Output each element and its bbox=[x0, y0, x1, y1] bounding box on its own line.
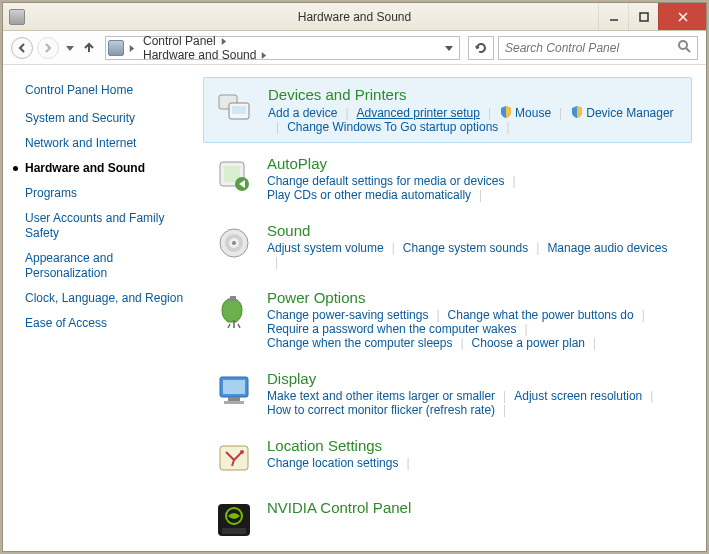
sub-link[interactable]: Make text and other items larger or smal… bbox=[267, 389, 495, 403]
sub-link[interactable]: Add a device bbox=[268, 106, 337, 120]
search-input[interactable] bbox=[505, 41, 678, 55]
sub-link[interactable]: Manage audio devices bbox=[547, 241, 667, 255]
search-box[interactable] bbox=[498, 36, 698, 60]
breadcrumb-sep[interactable] bbox=[124, 41, 139, 55]
sub-link[interactable]: How to correct monitor flicker (refresh … bbox=[267, 403, 495, 417]
svg-rect-1 bbox=[640, 13, 648, 21]
svg-marker-8 bbox=[445, 46, 453, 51]
sub-link[interactable]: Advanced printer setup bbox=[357, 106, 480, 120]
section-title-link[interactable]: NVIDIA Control Panel bbox=[267, 499, 682, 516]
svg-rect-22 bbox=[230, 296, 236, 301]
link-divider: | bbox=[452, 336, 471, 350]
sub-link[interactable]: Change default settings for media or dev… bbox=[267, 174, 504, 188]
svg-rect-26 bbox=[224, 401, 244, 404]
sidebar-item[interactable]: Ease of Access bbox=[25, 316, 197, 331]
section-icon bbox=[213, 155, 255, 197]
refresh-button[interactable] bbox=[468, 36, 494, 60]
link-divider: | bbox=[498, 120, 517, 134]
svg-marker-6 bbox=[221, 38, 225, 45]
main-panel: Devices and PrintersAdd a device|Advance… bbox=[203, 65, 706, 551]
sidebar: Control Panel Home System and SecurityNe… bbox=[3, 65, 203, 551]
sidebar-item[interactable]: Hardware and Sound bbox=[25, 161, 197, 176]
section: Location SettingsChange location setting… bbox=[203, 429, 692, 487]
sidebar-item[interactable]: System and Security bbox=[25, 111, 197, 126]
sidebar-item[interactable]: Appearance and Personalization bbox=[25, 251, 197, 281]
maximize-button[interactable] bbox=[628, 3, 658, 30]
sub-link[interactable]: Device Manager bbox=[570, 105, 673, 120]
section-title-link[interactable]: Location Settings bbox=[267, 437, 682, 454]
section-icon bbox=[213, 370, 255, 412]
search-icon[interactable] bbox=[678, 40, 691, 56]
sub-link[interactable]: Adjust screen resolution bbox=[514, 389, 642, 403]
svg-marker-7 bbox=[262, 52, 266, 59]
sub-link[interactable]: Change Windows To Go startup options bbox=[287, 120, 498, 134]
svg-point-9 bbox=[679, 41, 687, 49]
link-divider: | bbox=[634, 308, 653, 322]
svg-marker-5 bbox=[130, 45, 134, 52]
close-button[interactable] bbox=[658, 3, 706, 30]
section-icon bbox=[213, 289, 255, 331]
link-divider: | bbox=[398, 456, 417, 470]
forward-button[interactable] bbox=[37, 37, 59, 59]
section-icon bbox=[214, 86, 256, 128]
breadcrumb-item[interactable]: Hardware and Sound bbox=[139, 48, 271, 62]
section-title-link[interactable]: Power Options bbox=[267, 289, 682, 306]
svg-point-28 bbox=[240, 450, 244, 454]
svg-rect-31 bbox=[222, 528, 246, 534]
svg-rect-13 bbox=[232, 106, 246, 114]
link-divider: | bbox=[495, 389, 514, 403]
titlebar: Hardware and Sound bbox=[3, 3, 706, 31]
link-divider: | bbox=[480, 106, 499, 120]
link-divider: | bbox=[384, 241, 403, 255]
sub-link[interactable]: Change when the computer sleeps bbox=[267, 336, 452, 350]
section-title-link[interactable]: Sound bbox=[267, 222, 682, 239]
svg-marker-4 bbox=[66, 46, 74, 51]
sidebar-item[interactable]: Clock, Language, and Region bbox=[25, 291, 197, 306]
sub-link[interactable]: Change what the power buttons do bbox=[448, 308, 634, 322]
sidebar-item[interactable]: Programs bbox=[25, 186, 197, 201]
section: Power OptionsChange power-saving setting… bbox=[203, 281, 692, 358]
sidebar-item[interactable]: Network and Internet bbox=[25, 136, 197, 151]
svg-point-21 bbox=[232, 241, 236, 245]
breadcrumb-item[interactable]: Control Panel bbox=[139, 34, 271, 48]
control-panel-window: Hardware and Sound Control PanelHardware… bbox=[2, 2, 707, 552]
section: DisplayMake text and other items larger … bbox=[203, 362, 692, 425]
recent-locations-dropdown[interactable] bbox=[63, 44, 77, 52]
sub-link[interactable]: Adjust system volume bbox=[267, 241, 384, 255]
shield-icon bbox=[570, 105, 584, 119]
section-title-link[interactable]: Devices and Printers bbox=[268, 86, 681, 103]
breadcrumb-container: Control PanelHardware and Sound bbox=[139, 34, 271, 62]
link-divider: | bbox=[428, 308, 447, 322]
sub-link[interactable]: Play CDs or other media automatically bbox=[267, 188, 471, 202]
sidebar-item[interactable]: User Accounts and Family Safety bbox=[25, 211, 197, 241]
sub-link[interactable]: Change system sounds bbox=[403, 241, 528, 255]
svg-rect-25 bbox=[228, 397, 240, 401]
link-divider: | bbox=[267, 255, 286, 269]
section-title-link[interactable]: AutoPlay bbox=[267, 155, 682, 172]
sub-link[interactable]: Choose a power plan bbox=[472, 336, 585, 350]
svg-rect-24 bbox=[223, 380, 245, 394]
section-title-link[interactable]: Display bbox=[267, 370, 682, 387]
section-icon bbox=[213, 437, 255, 479]
section: AutoPlayChange default settings for medi… bbox=[203, 147, 692, 210]
content-area: Control Panel Home System and SecurityNe… bbox=[3, 65, 706, 551]
link-divider: | bbox=[495, 403, 514, 417]
link-divider: | bbox=[642, 389, 661, 403]
section: NVIDIA Control Panel bbox=[203, 491, 692, 549]
link-divider: | bbox=[504, 174, 523, 188]
shield-icon bbox=[499, 105, 513, 119]
sub-link[interactable]: Require a password when the computer wak… bbox=[267, 322, 516, 336]
control-panel-home-link[interactable]: Control Panel Home bbox=[25, 83, 197, 97]
back-button[interactable] bbox=[11, 37, 33, 59]
link-divider: | bbox=[516, 322, 535, 336]
address-dropdown[interactable] bbox=[441, 44, 457, 52]
link-divider: | bbox=[471, 188, 490, 202]
link-divider: | bbox=[551, 106, 570, 120]
sub-link[interactable]: Change location settings bbox=[267, 456, 398, 470]
address-bar[interactable]: Control PanelHardware and Sound bbox=[105, 36, 460, 60]
minimize-button[interactable] bbox=[598, 3, 628, 30]
sub-link[interactable]: Change power-saving settings bbox=[267, 308, 428, 322]
sub-link[interactable]: Mouse bbox=[499, 105, 551, 120]
link-divider: | bbox=[337, 106, 356, 120]
up-button[interactable] bbox=[81, 42, 97, 54]
